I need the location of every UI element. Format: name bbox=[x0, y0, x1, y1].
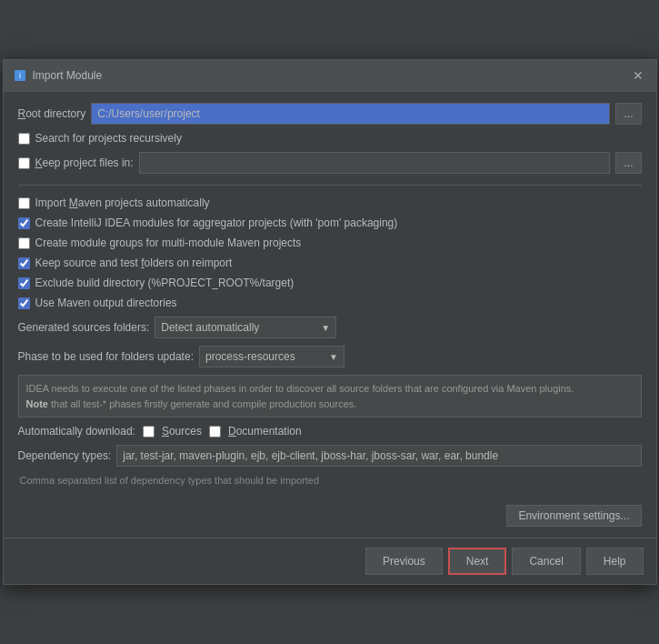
exclude-build-checkbox[interactable] bbox=[18, 277, 30, 289]
root-directory-label: Root directory bbox=[18, 107, 86, 120]
phase-row: Phase to be used for folders update: pro… bbox=[18, 346, 642, 367]
phase-value: process-resources bbox=[205, 350, 325, 363]
exclude-build-label: Exclude build directory (%PROJECT_ROOT%/… bbox=[35, 277, 295, 289]
dialog-title: Import Module bbox=[33, 69, 103, 82]
dialog-icon: i bbox=[13, 68, 27, 83]
use-maven-output-label: Use Maven output directories bbox=[35, 297, 177, 309]
keep-project-files-label: Keep project files in: bbox=[35, 156, 134, 169]
root-directory-input[interactable] bbox=[91, 103, 610, 125]
keep-project-files-browse-button[interactable]: ... bbox=[615, 152, 641, 174]
cancel-button[interactable]: Cancel bbox=[512, 548, 580, 575]
help-button[interactable]: Help bbox=[586, 548, 644, 575]
search-recursively-checkbox[interactable] bbox=[18, 133, 30, 145]
separator-1 bbox=[18, 185, 642, 186]
info-note: that all test-* phases firstly generate … bbox=[51, 398, 356, 409]
create-module-groups-label: Create module groups for multi-module Ma… bbox=[35, 236, 302, 249]
info-note-label: Note bbox=[26, 398, 48, 409]
keep-project-files-checkbox[interactable] bbox=[18, 157, 30, 169]
phase-arrow-icon: ▼ bbox=[329, 352, 338, 362]
import-module-dialog: i Import Module ✕ Root directory ... Sea… bbox=[3, 59, 657, 585]
create-intellij-checkbox[interactable] bbox=[18, 217, 30, 229]
create-module-groups-checkbox[interactable] bbox=[18, 237, 30, 249]
next-button[interactable]: Next bbox=[448, 548, 507, 575]
sources-checkbox[interactable] bbox=[143, 426, 155, 438]
close-button[interactable]: ✕ bbox=[629, 67, 647, 84]
phase-select[interactable]: process-resources ▼ bbox=[199, 346, 344, 367]
dependency-hint: Comma separated list of dependency types… bbox=[20, 475, 320, 486]
title-bar: i Import Module ✕ bbox=[4, 60, 656, 92]
create-intellij-label: Create IntelliJ IDEA modules for aggrega… bbox=[35, 216, 398, 229]
root-directory-row: Root directory ... bbox=[18, 103, 642, 125]
info-text: IDEA needs to execute one of the listed … bbox=[26, 383, 574, 394]
previous-button[interactable]: Previous bbox=[365, 548, 443, 575]
dependency-types-row: Dependency types: bbox=[18, 445, 642, 467]
env-settings-row: Environment settings... bbox=[18, 505, 642, 527]
use-maven-output-checkbox[interactable] bbox=[18, 297, 30, 309]
create-intellij-row: Create IntelliJ IDEA modules for aggrega… bbox=[18, 216, 642, 229]
generated-sources-label: Generated sources folders: bbox=[18, 321, 150, 334]
title-bar-left: i Import Module bbox=[13, 68, 103, 83]
search-recursively-label: Search for projects recursively bbox=[35, 132, 182, 145]
keep-source-row: Keep source and test folders on reimport bbox=[18, 257, 642, 269]
bottom-bar: Previous Next Cancel Help bbox=[4, 538, 656, 584]
documentation-checkbox[interactable] bbox=[209, 426, 221, 438]
import-maven-label: Import Maven projects automatically bbox=[35, 196, 210, 209]
phase-label: Phase to be used for folders update: bbox=[18, 350, 194, 363]
import-maven-checkbox[interactable] bbox=[18, 197, 30, 209]
exclude-build-row: Exclude build directory (%PROJECT_ROOT%/… bbox=[18, 277, 642, 289]
svg-text:i: i bbox=[19, 71, 21, 80]
info-box: IDEA needs to execute one of the listed … bbox=[18, 375, 642, 418]
search-recursively-row: Search for projects recursively bbox=[18, 132, 642, 145]
generated-sources-row: Generated sources folders: Detect automa… bbox=[18, 317, 642, 338]
auto-download-row: Automatically download: Sources Document… bbox=[18, 425, 642, 438]
use-maven-output-row: Use Maven output directories bbox=[18, 297, 642, 309]
keep-source-label: Keep source and test folders on reimport bbox=[35, 257, 233, 269]
generated-sources-arrow-icon: ▼ bbox=[321, 323, 330, 333]
dependency-types-label: Dependency types: bbox=[18, 449, 112, 462]
keep-project-files-input[interactable] bbox=[139, 152, 611, 174]
keep-project-files-row: Keep project files in: ... bbox=[18, 152, 642, 174]
import-maven-row: Import Maven projects automatically bbox=[18, 196, 642, 209]
root-directory-browse-button[interactable]: ... bbox=[615, 103, 641, 125]
keep-source-checkbox[interactable] bbox=[18, 257, 30, 269]
create-module-groups-row: Create module groups for multi-module Ma… bbox=[18, 236, 642, 249]
documentation-label: Documentation bbox=[228, 425, 302, 438]
env-settings-button[interactable]: Environment settings... bbox=[506, 505, 641, 527]
dependency-types-input[interactable] bbox=[116, 445, 641, 467]
auto-download-label: Automatically download: bbox=[18, 425, 135, 438]
generated-sources-value: Detect automatically bbox=[161, 321, 317, 334]
dependency-hint-row: Comma separated list of dependency types… bbox=[18, 474, 642, 487]
sources-label: Sources bbox=[162, 425, 202, 438]
dialog-content: Root directory ... Search for projects r… bbox=[4, 92, 656, 538]
generated-sources-select[interactable]: Detect automatically ▼ bbox=[155, 317, 336, 338]
